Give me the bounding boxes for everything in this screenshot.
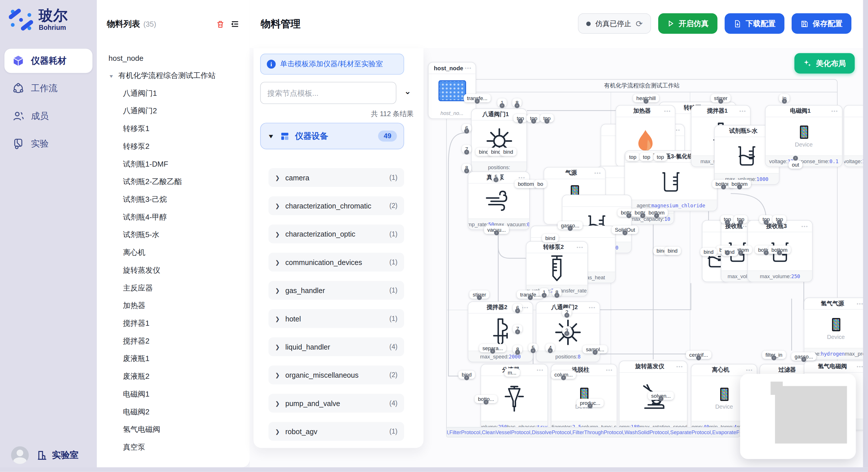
more-menu-icon[interactable]: ••• — [676, 364, 683, 369]
port-chip[interactable]: bo — [534, 180, 547, 188]
port-dot[interactable]: › — [782, 99, 787, 103]
lab-switcher[interactable]: 实验室 — [36, 449, 79, 461]
more-menu-icon[interactable]: ••• — [465, 65, 472, 71]
port-dot[interactable]: › — [725, 220, 730, 225]
port-dot[interactable]: › — [515, 103, 520, 108]
port-dot[interactable]: › — [464, 168, 469, 173]
tree-item[interactable]: 电磁阀2 — [97, 403, 250, 421]
port-dot[interactable]: › — [626, 213, 631, 218]
more-menu-icon[interactable]: ••• — [831, 108, 838, 114]
port-dot[interactable]: › — [696, 355, 701, 360]
tree-item[interactable]: 试剂瓶5-水 — [97, 226, 250, 244]
more-menu-icon[interactable]: ••• — [594, 170, 601, 176]
tree-item[interactable]: 加热器 — [97, 297, 250, 315]
port-dot[interactable]: › — [554, 293, 559, 298]
template-group-characterization_optic[interactable]: ❯characterization_optic(1) — [268, 225, 404, 243]
port-dot[interactable]: › — [737, 184, 742, 189]
user-avatar[interactable] — [11, 446, 29, 464]
more-menu-icon[interactable]: ••• — [857, 301, 864, 306]
port-dot[interactable]: › — [484, 400, 489, 404]
more-menu-icon[interactable]: ••• — [589, 305, 596, 310]
port-chip[interactable]: top — [640, 153, 654, 161]
port-dot[interactable]: › — [772, 355, 776, 360]
port-dot[interactable]: › — [493, 177, 498, 182]
canvas-node-氢气气源[interactable]: 氢气气源•••Device_type: hydrogen max_pre — [804, 298, 868, 360]
template-group-liquid_handler[interactable]: ❯liquid_handler(4) — [268, 337, 404, 356]
port-dot[interactable]: › — [528, 295, 533, 300]
port-dot[interactable]: › — [515, 329, 520, 334]
collapse-list-icon[interactable] — [230, 20, 240, 29]
port-dot[interactable]: › — [764, 220, 769, 225]
port-chip[interactable]: top — [654, 153, 668, 161]
port-dot[interactable]: › — [561, 375, 566, 380]
port-dot[interactable]: › — [464, 150, 469, 155]
port-dot[interactable]: › — [777, 220, 782, 225]
template-group-communication_devices[interactable]: ❯communication_devices(1) — [268, 252, 404, 272]
tree-item[interactable]: 试剂瓶1-DMF — [97, 156, 250, 173]
port-dot[interactable]: › — [464, 375, 469, 380]
tree-item[interactable]: 废液瓶1 — [97, 350, 250, 368]
tree-root-host-node[interactable]: host_node — [97, 49, 250, 67]
port-dot[interactable]: › — [475, 99, 479, 103]
more-menu-icon[interactable]: ••• — [577, 244, 584, 250]
tree-item[interactable]: 搅拌器2 — [97, 332, 250, 350]
port-dot[interactable]: › — [494, 230, 499, 235]
more-menu-icon[interactable]: ••• — [522, 305, 529, 310]
port-dot[interactable]: › — [500, 103, 505, 108]
port-dot[interactable]: › — [654, 213, 659, 218]
port-chip[interactable]: bind — [542, 234, 559, 242]
tree-item[interactable]: 离心机 — [97, 244, 250, 262]
port-dot[interactable]: › — [718, 99, 723, 103]
canvas-node-电磁阀1[interactable]: 电磁阀1•••Devicevoltage: 12 response_time: … — [765, 105, 842, 167]
port-dot[interactable]: › — [801, 357, 806, 362]
port-dot[interactable]: › — [568, 226, 572, 231]
tree-item[interactable]: 八通阀门2 — [97, 102, 250, 120]
save-config-button[interactable]: 保存配置 — [792, 13, 851, 34]
port-dot[interactable]: › — [725, 250, 730, 255]
tree-item[interactable]: 氢气电磁阀 — [97, 421, 250, 439]
port-dot[interactable]: › — [793, 156, 798, 161]
more-menu-icon[interactable]: ••• — [537, 367, 544, 373]
template-group-gas_handler[interactable]: ❯gas_handler(1) — [268, 281, 404, 300]
port-dot[interactable]: › — [490, 349, 495, 353]
port-dot[interactable]: › — [515, 350, 520, 355]
sidebar-item-experiments[interactable]: 实验 — [4, 132, 92, 156]
tree-item[interactable]: 转移泵1 — [97, 120, 250, 138]
canvas-node-搅拌器2[interactable]: 搅拌器2•••max_speed: 2000 — [468, 301, 533, 362]
sidebar-item-members[interactable]: 成员 — [4, 104, 92, 129]
port-dot[interactable]: › — [564, 331, 569, 336]
template-group-organic_miscellaneous[interactable]: ❯organic_miscellaneous(2) — [268, 366, 404, 384]
port-chip[interactable]: bind — [500, 148, 517, 156]
sidebar-item-instruments[interactable]: 仪器耗材 — [4, 49, 92, 73]
more-menu-icon[interactable]: ••• — [664, 108, 671, 114]
more-menu-icon[interactable]: ••• — [857, 364, 864, 369]
refresh-icon[interactable]: ⟳ — [636, 19, 643, 29]
port-dot[interactable]: › — [593, 350, 598, 355]
port-dot[interactable]: › — [531, 348, 536, 353]
panel-collapse-icon[interactable]: ⌄ — [404, 86, 411, 96]
download-config-button[interactable]: 下载配置 — [725, 13, 784, 34]
port-dot[interactable]: › — [515, 308, 520, 313]
template-group-robot_agv[interactable]: ❯robot_agv(1) — [268, 422, 404, 441]
port-dot[interactable]: › — [564, 313, 569, 318]
template-search-input[interactable] — [260, 82, 396, 104]
template-group-camera[interactable]: ❯camera(1) — [268, 168, 404, 187]
port-dot[interactable]: › — [477, 295, 482, 300]
port-dot[interactable]: › — [464, 129, 469, 133]
vertical-scrollbar[interactable] — [863, 0, 868, 467]
port-dot[interactable]: › — [640, 213, 645, 218]
template-group-hotel[interactable]: ❯hotel(1) — [268, 309, 404, 328]
port-chip[interactable]: m... — [504, 368, 520, 376]
start-sim-button[interactable]: 开启仿真 — [658, 13, 717, 34]
tree-item[interactable]: 电磁阀1 — [97, 385, 250, 403]
port-dot[interactable]: › — [588, 403, 592, 408]
port-chip[interactable]: top — [626, 153, 640, 161]
port-dot[interactable]: › — [541, 293, 547, 298]
port-dot[interactable]: › — [738, 220, 743, 225]
tree-group-workstation[interactable]: ▼有机化学流程综合测试工作站 — [97, 67, 250, 85]
port-dot[interactable]: › — [777, 250, 782, 255]
port-dot[interactable]: › — [531, 119, 536, 124]
horizontal-scrollbar[interactable] — [0, 467, 868, 472]
tree-item[interactable]: 废液瓶2 — [97, 368, 250, 386]
tree-item[interactable]: 试剂瓶4-甲醇 — [97, 208, 250, 226]
